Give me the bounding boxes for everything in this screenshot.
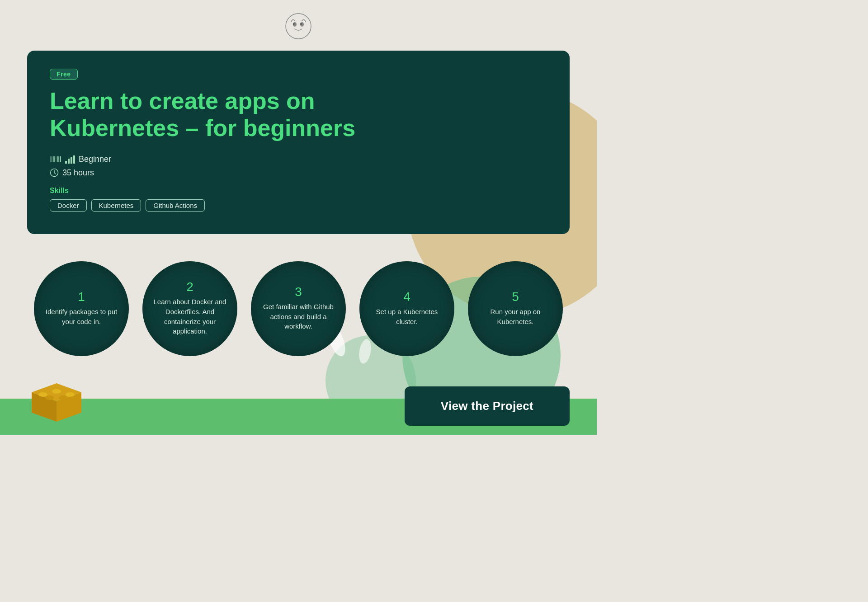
step-circle-1: 1 Identify packages to put your code in. [34, 261, 129, 356]
site-logo [285, 13, 312, 40]
step-circle-2: 2 Learn about Docker and Dockerfiles. An… [142, 261, 237, 356]
svg-rect-5 [65, 161, 67, 164]
svg-rect-8 [73, 155, 75, 164]
svg-point-13 [38, 392, 47, 397]
skill-tag-2: Github Actions [146, 199, 205, 212]
step-number-2: 2 [186, 281, 193, 293]
svg-point-3 [293, 23, 295, 25]
step-number-5: 5 [512, 291, 519, 303]
skills-tags: DockerKubernetesGithub Actions [50, 199, 547, 212]
skill-tag-0: Docker [50, 199, 87, 212]
bar-chart-icon [65, 155, 75, 164]
step-circle-5: 5 Run your app on Kubernetes. [468, 261, 563, 356]
svg-point-4 [300, 23, 302, 25]
steps-section: 1 Identify packages to put your code in.… [0, 234, 597, 365]
svg-point-16 [45, 395, 54, 400]
free-badge: Free [50, 69, 78, 80]
svg-point-17 [59, 395, 68, 400]
skills-label: Skills [50, 187, 547, 195]
step-text-3: Get familiar with Github actions and bui… [260, 302, 337, 331]
time-meta: 35 hours [50, 168, 547, 178]
svg-point-15 [66, 392, 75, 397]
lego-brick-icon [27, 379, 86, 424]
step-text-1: Identify packages to put your code in. [43, 307, 120, 327]
svg-point-0 [286, 14, 311, 39]
step-circle-3: 3 Get familiar with Github actions and b… [251, 261, 346, 356]
svg-point-14 [52, 389, 61, 394]
level-text: Beginner [79, 155, 111, 164]
step-circle-4: 4 Set up a Kubernetes cluster. [359, 261, 454, 356]
level-meta: ⅠⅡⅢ Beginner [50, 155, 547, 165]
step-number-3: 3 [295, 286, 302, 298]
svg-rect-6 [68, 159, 70, 164]
step-text-2: Learn about Docker and Dockerfiles. And … [151, 297, 228, 336]
view-project-button[interactable]: View the Project [405, 386, 570, 426]
hero-meta: ⅠⅡⅢ Beginner 35 hours [50, 155, 547, 178]
step-text-5: Run your app on Kubernetes. [477, 307, 554, 327]
step-number-1: 1 [78, 291, 85, 303]
logo-area [0, 0, 597, 51]
svg-rect-7 [71, 157, 72, 164]
time-text: 35 hours [62, 168, 94, 178]
skill-tag-1: Kubernetes [91, 199, 142, 212]
step-number-4: 4 [403, 291, 410, 303]
step-text-4: Set up a Kubernetes cluster. [368, 307, 445, 327]
hero-card: Free Learn to create apps on Kubernetes … [27, 51, 570, 234]
bottom-area: View the Project [0, 365, 597, 435]
hero-title: Learn to create apps on Kubernetes – for… [50, 88, 402, 142]
level-icon: ⅠⅡⅢ [50, 155, 61, 165]
lego-brick [27, 379, 86, 426]
clock-icon [50, 168, 59, 177]
